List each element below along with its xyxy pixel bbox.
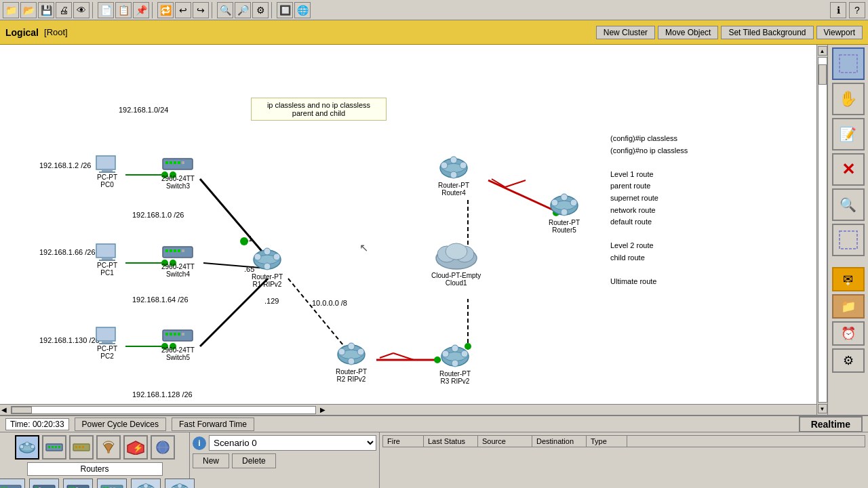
zoom-tool-btn[interactable]: 🔍: [832, 188, 865, 221]
device-switch5[interactable]: 2960-24TTSwitch5: [161, 326, 195, 361]
svg-line-14: [380, 353, 393, 358]
toolbar-undo-btn[interactable]: ↩: [175, 2, 191, 18]
r1-dot129: .129: [264, 297, 279, 305]
clock-tool-btn[interactable]: ⏰: [832, 321, 865, 346]
v-scroll-thumb[interactable]: [818, 64, 827, 85]
v-scroll-down[interactable]: ▼: [818, 404, 827, 413]
device-pc0[interactable]: PC-PTPC0: [95, 155, 119, 188]
network-diagram-svg: [0, 45, 816, 404]
annotation-level2: Level 2 route: [610, 240, 688, 252]
ip-pc2: 192.168.1.130 /26: [39, 336, 100, 344]
scenario-panel: i Scenario 0 New Delete: [190, 432, 380, 488]
device-label-box: Routers: [27, 462, 163, 476]
device-pc1[interactable]: PC-PTPC1: [95, 243, 119, 277]
device-router4[interactable]: Router-PTRouter4: [436, 153, 471, 197]
toolbar-zoom-btn[interactable]: 🔎: [235, 2, 251, 18]
toolbar-open-btn[interactable]: 📁: [3, 2, 19, 18]
svg-rect-82: [840, 231, 857, 249]
email-tool-btn[interactable]: ✉ +: [832, 267, 865, 291]
folder-tool-btn[interactable]: 📁: [832, 294, 865, 319]
toolbar-preview-btn[interactable]: 👁: [73, 2, 90, 18]
device-pc0-label: PC-PTPC0: [97, 174, 117, 188]
toolbar-reload-btn[interactable]: 🔁: [157, 2, 174, 18]
select-rect-btn[interactable]: [832, 224, 865, 256]
new-cluster-btn[interactable]: New Cluster: [596, 26, 655, 39]
toolbar-help-btn[interactable]: ?: [849, 2, 865, 18]
svg-rect-49: [102, 341, 113, 343]
device-switch4[interactable]: 2960-24TTSwitch4: [161, 243, 195, 278]
fast-forward-btn[interactable]: Fast Forward Time: [172, 418, 254, 431]
settings-tool-btn[interactable]: ⚙: [832, 348, 865, 373]
toolbar-folder-btn[interactable]: 📂: [20, 2, 37, 18]
device-item-2811[interactable]: 2811: [97, 479, 127, 488]
h-scroll-left[interactable]: ◀: [0, 406, 8, 413]
toolbar-globe-btn[interactable]: 🌐: [294, 2, 311, 18]
device-router1-label: Router-PTR1 RIPv2: [252, 273, 283, 288]
realtime-btn[interactable]: Realtime: [799, 416, 863, 432]
device-switch3-label: 2960-24TTSwitch3: [161, 175, 195, 190]
device-item-2621xm[interactable]: 2621XM: [63, 479, 93, 488]
ip-sw4: 192.168.1.64 /26: [132, 296, 189, 304]
svg-rect-27: [99, 171, 115, 173]
toolbar-gear-btn[interactable]: ⚙: [252, 2, 269, 18]
toolbar-redo-btn[interactable]: ↪: [193, 2, 209, 18]
toolbar-search-btn[interactable]: 🔍: [217, 2, 233, 18]
scenario-new-btn[interactable]: New: [193, 453, 229, 468]
toolbar-pin-btn[interactable]: 📌: [133, 2, 149, 18]
v-scroll-track[interactable]: [818, 57, 827, 403]
device-cloud1-label: Cloud-PT-EmptyCloud1: [431, 272, 481, 287]
toolbar-print-btn[interactable]: 🖨: [56, 2, 72, 18]
svg-rect-94: [79, 446, 81, 448]
r1-dot1: .1: [246, 235, 252, 243]
svg-point-72: [450, 157, 457, 163]
toolbar-info-btn[interactable]: ℹ: [830, 2, 846, 18]
device-router2[interactable]: Router-PTR2 RIPv2: [334, 340, 369, 383]
toolbar-paste-btn[interactable]: 📋: [115, 2, 132, 18]
svg-rect-33: [182, 161, 184, 164]
annotation-right: (config)#ip classless (config)#no ip cla…: [610, 133, 688, 288]
device-icon-2621xm: [63, 479, 93, 488]
svg-point-59: [338, 348, 345, 355]
category-routers[interactable]: [15, 435, 39, 460]
select-tool-btn[interactable]: [832, 47, 865, 80]
note-tool-btn[interactable]: 📝: [832, 118, 865, 150]
toolbar-save-btn[interactable]: 💾: [38, 2, 54, 18]
device-switch3[interactable]: 2960-24TTSwitch3: [161, 155, 195, 190]
svg-rect-29: [165, 161, 168, 164]
scenario-select[interactable]: Scenario 0: [209, 435, 376, 451]
device-pc2[interactable]: PC-PTPC2: [95, 326, 119, 360]
hand-tool-btn[interactable]: ✋: [832, 83, 865, 115]
svg-rect-26: [102, 169, 113, 171]
h-scroll-right[interactable]: ▶: [319, 406, 327, 413]
device-item-generic1[interactable]: Generic: [131, 479, 161, 488]
power-cycle-btn[interactable]: Power Cycle Devices: [75, 418, 166, 431]
h-scrollbar[interactable]: ◀ ▶: [0, 404, 816, 415]
device-item-1841[interactable]: 1841: [0, 479, 25, 488]
v-scrollbar[interactable]: ▲ ▼: [816, 45, 827, 415]
toolbar-grid-btn[interactable]: 🔲: [277, 2, 293, 18]
toolbar-copy-btn[interactable]: 📄: [98, 2, 114, 18]
category-hubs[interactable]: [69, 435, 94, 460]
viewport-btn[interactable]: Viewport: [816, 26, 863, 39]
device-router3[interactable]: Router-PTR3 RIPv2: [437, 342, 473, 385]
h-scroll-thumb[interactable]: [12, 407, 32, 413]
set-tiled-bg-btn[interactable]: Set Tiled Background: [721, 26, 813, 39]
h-scroll-track[interactable]: [11, 406, 316, 414]
category-wan[interactable]: [151, 435, 175, 460]
device-cloud1[interactable]: Cloud-PT-EmptyCloud1: [431, 238, 481, 287]
category-switches[interactable]: [42, 435, 66, 460]
canvas-area[interactable]: 192.168.1.0/24 ip classless and no ip cl…: [0, 45, 816, 404]
move-object-btn[interactable]: Move Object: [658, 26, 718, 39]
device-item-2620xm[interactable]: 2620XM: [29, 479, 59, 488]
device-router5[interactable]: Router-PTRouter5: [547, 190, 582, 234]
scenario-delete-btn[interactable]: Delete: [232, 453, 276, 468]
category-security[interactable]: ⚡: [123, 435, 148, 460]
svg-line-21: [492, 179, 505, 187]
category-wireless[interactable]: [96, 435, 121, 460]
delete-tool-btn[interactable]: ✕: [832, 153, 865, 186]
device-router1[interactable]: Router-PTR1 RIPv2: [250, 245, 285, 288]
left-content: Logical [Root] New Cluster Move Object S…: [0, 20, 868, 488]
svg-rect-34: [96, 244, 115, 258]
v-scroll-up[interactable]: ▲: [818, 46, 827, 56]
svg-point-61: [348, 358, 355, 365]
